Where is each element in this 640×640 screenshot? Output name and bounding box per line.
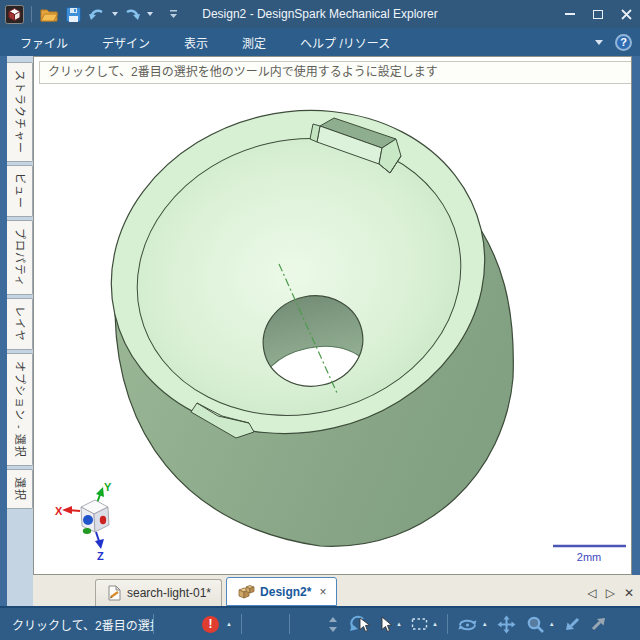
triad-z-label: Z bbox=[97, 550, 104, 562]
select-icon[interactable] bbox=[380, 616, 392, 633]
sidebar-tab-selection[interactable]: 選択 bbox=[7, 469, 33, 509]
select-return-icon[interactable] bbox=[348, 615, 370, 633]
sidebar-tab-views[interactable]: ビュー bbox=[7, 165, 33, 217]
pan-icon[interactable] bbox=[497, 615, 516, 634]
minimize-button[interactable] bbox=[556, 0, 584, 28]
tab-close-all-icon[interactable]: ✕ bbox=[624, 586, 634, 600]
side-panel-rail: ストラクチャー ビュー プロパティ レイヤ オプション - 選択 選択 bbox=[0, 56, 33, 575]
help-icon[interactable]: ? bbox=[615, 34, 632, 51]
document-tab-bar: search-light-01* Design2* × ◁ ▷ ✕ bbox=[0, 575, 640, 606]
sketch-document-icon bbox=[106, 585, 122, 601]
viewport[interactable]: クリックして、2番目の選択を他のツール内で使用するように設定します bbox=[33, 56, 632, 575]
doc-tab-close-icon[interactable]: × bbox=[319, 585, 326, 599]
status-separator bbox=[289, 614, 290, 634]
orientation-triad[interactable]: X Y Z bbox=[55, 481, 112, 562]
doc-tab-label: search-light-01* bbox=[127, 586, 211, 600]
hint-message-bar: クリックして、2番目の選択を他のツール内で使用するように設定します bbox=[39, 61, 632, 84]
select-options-caret-icon[interactable]: ▲ bbox=[396, 621, 402, 627]
status-message: クリックして、2番目の選択 bbox=[12, 616, 153, 633]
zoom-icon[interactable] bbox=[526, 615, 545, 634]
tab-scroll-left-icon[interactable]: ◁ bbox=[587, 586, 596, 600]
alert-options-caret-icon[interactable]: ▲ bbox=[226, 621, 232, 627]
collapse-ribbon-chevron-icon[interactable] bbox=[595, 40, 603, 45]
spinner-icon[interactable] bbox=[328, 616, 338, 633]
doc-tab-search-light[interactable]: search-light-01* bbox=[95, 579, 222, 606]
close-button[interactable] bbox=[612, 0, 640, 28]
orbit-icon[interactable] bbox=[457, 615, 478, 634]
app-logo-icon[interactable] bbox=[4, 3, 24, 25]
box-select-options-caret-icon[interactable]: ▲ bbox=[432, 621, 438, 627]
menu-bar: ファイル デザイン 表示 測定 ヘルプ /リソース ? bbox=[0, 28, 640, 56]
sidebar-tab-properties[interactable]: プロパティ bbox=[7, 220, 33, 295]
scale-label: 2mm bbox=[577, 551, 601, 563]
part-icon bbox=[237, 584, 255, 599]
status-bar: クリックして、2番目の選択 ! ▲ ▲ ▲ ▲ ▲ bbox=[0, 606, 640, 640]
toolbar-separator bbox=[31, 6, 32, 22]
sidebar-tab-structure[interactable]: ストラクチャー bbox=[7, 62, 33, 162]
zoom-options-caret-icon[interactable]: ▲ bbox=[549, 621, 555, 627]
previous-view-icon[interactable] bbox=[564, 616, 581, 632]
menu-file[interactable]: ファイル bbox=[6, 28, 82, 57]
quick-access-toolbar bbox=[0, 3, 183, 25]
model-scene[interactable]: X Y Z 2mm bbox=[33, 56, 632, 575]
title-bar: Design2 - DesignSpark Mechanical Explore… bbox=[0, 0, 640, 28]
alert-icon[interactable]: ! bbox=[202, 616, 219, 633]
save-icon[interactable] bbox=[63, 3, 83, 25]
doc-tab-label: Design2* bbox=[260, 585, 311, 599]
tab-scroll-right-icon[interactable]: ▷ bbox=[606, 586, 615, 600]
sidebar-tab-layers[interactable]: レイヤ bbox=[7, 298, 33, 350]
open-folder-icon[interactable] bbox=[39, 3, 59, 25]
menu-display[interactable]: 表示 bbox=[170, 28, 222, 57]
maximize-button[interactable] bbox=[584, 0, 612, 28]
scale-bar: 2mm bbox=[553, 546, 626, 563]
triad-x-label: X bbox=[55, 505, 63, 517]
undo-dropdown-icon[interactable] bbox=[112, 12, 118, 16]
doc-tab-design2[interactable]: Design2* × bbox=[226, 577, 337, 606]
undo-icon[interactable] bbox=[87, 3, 107, 25]
menu-help-resources[interactable]: ヘルプ /リソース bbox=[286, 28, 404, 57]
next-view-icon bbox=[590, 616, 607, 632]
sidebar-tab-options-selection[interactable]: オプション - 選択 bbox=[7, 353, 33, 466]
window-frame-left bbox=[0, 56, 7, 575]
status-separator bbox=[447, 614, 448, 634]
window-frame-right bbox=[632, 56, 640, 575]
status-separator bbox=[153, 614, 154, 634]
redo-icon[interactable] bbox=[122, 3, 142, 25]
triad-y-label: Y bbox=[104, 481, 112, 493]
menu-design[interactable]: デザイン bbox=[88, 28, 164, 57]
box-select-icon[interactable] bbox=[411, 617, 428, 631]
menu-measure[interactable]: 測定 bbox=[228, 28, 280, 57]
side-rail-continuation bbox=[0, 575, 33, 606]
main-area: ストラクチャー ビュー プロパティ レイヤ オプション - 選択 選択 クリック… bbox=[0, 56, 640, 575]
redo-dropdown-icon[interactable] bbox=[147, 12, 153, 16]
customize-toolbar-icon[interactable] bbox=[163, 3, 183, 25]
orbit-options-caret-icon[interactable]: ▲ bbox=[482, 621, 488, 627]
status-separator bbox=[241, 614, 242, 634]
